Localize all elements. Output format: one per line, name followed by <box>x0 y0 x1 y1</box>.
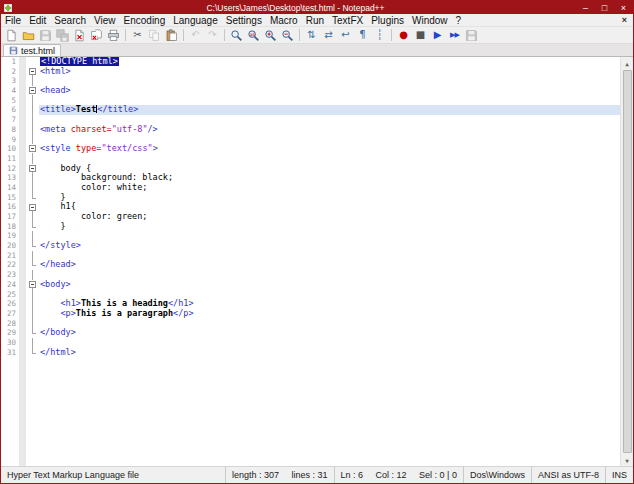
close-file-icon[interactable] <box>72 28 87 43</box>
fold-minus-icon[interactable] <box>29 204 36 211</box>
editor[interactable]: 1<!DOCTYPE html>2<html>34<head>56<title>… <box>1 57 633 466</box>
menu-item-file[interactable]: File <box>1 14 25 26</box>
editor-line: 17 color: green; <box>1 212 620 222</box>
zoom-out-icon[interactable] <box>280 28 295 43</box>
code-line[interactable]: <html> <box>39 67 620 77</box>
menu-item-plugins[interactable]: Plugins <box>367 14 408 26</box>
code-line[interactable]: <meta charset="utf-8"/> <box>39 125 620 135</box>
code-line[interactable]: <title>Test</title> <box>39 105 620 115</box>
find-icon[interactable] <box>229 28 244 43</box>
fold-collapse-box[interactable] <box>26 164 39 174</box>
toolbar: ✂↶↷ab⇅⇄↩¶┆●■▶▶▶ <box>1 27 633 44</box>
replace-icon[interactable]: ab <box>246 28 261 43</box>
menu-item-edit[interactable]: Edit <box>25 14 50 26</box>
show-all-characters-icon[interactable]: ¶ <box>355 28 370 43</box>
sync-vertical-scroll-icon[interactable]: ⇅ <box>304 28 319 43</box>
fold-collapse-box[interactable] <box>26 202 39 212</box>
menu-item-settings[interactable]: Settings <box>222 14 266 26</box>
fold-collapse-box[interactable] <box>26 67 39 77</box>
close-button[interactable]: × <box>614 1 633 14</box>
fold-collapse-box[interactable] <box>26 144 39 154</box>
scroll-up-button[interactable]: ▲ <box>621 57 634 69</box>
record-macro-icon[interactable]: ● <box>396 28 411 43</box>
zoom-in-icon[interactable] <box>263 28 278 43</box>
menu-item-macro[interactable]: Macro <box>266 14 302 26</box>
copy-icon[interactable] <box>147 28 162 43</box>
editor-line: 1<!DOCTYPE html> <box>1 57 620 67</box>
code-line[interactable] <box>39 319 620 329</box>
line-number: 6 <box>1 105 19 115</box>
fold-minus-icon[interactable] <box>29 145 36 152</box>
menu-item-window[interactable]: Window <box>408 14 452 26</box>
paste-icon[interactable] <box>164 28 179 43</box>
fold-minus-icon[interactable] <box>29 165 36 172</box>
code-line[interactable]: <style type="text/css"> <box>39 144 620 154</box>
code-segment: background: black; <box>40 172 173 182</box>
fold-minus-icon[interactable] <box>29 68 36 75</box>
code-line[interactable]: </body> <box>39 328 620 338</box>
code-segment: <title> <box>40 104 76 114</box>
line-number: 5 <box>1 96 19 106</box>
sync-horizontal-scroll-icon[interactable]: ⇄ <box>321 28 336 43</box>
fold-guide-line <box>26 173 39 183</box>
bookmark-margin <box>19 319 26 329</box>
code-line[interactable]: </style> <box>39 241 620 251</box>
cut-icon[interactable]: ✂ <box>130 28 145 43</box>
line-number: 7 <box>1 115 19 125</box>
code-line[interactable]: <body> <box>39 280 620 290</box>
print-icon[interactable] <box>106 28 121 43</box>
word-wrap-icon[interactable]: ↩ <box>338 28 353 43</box>
code-line[interactable]: color: green; <box>39 212 620 222</box>
save-macro-icon[interactable] <box>464 28 479 43</box>
fold-minus-icon[interactable] <box>29 281 36 288</box>
code-line[interactable] <box>39 76 620 86</box>
menu-item-run[interactable]: Run <box>302 14 328 26</box>
code-line[interactable] <box>39 231 620 241</box>
code-segment <box>40 298 60 308</box>
scrollbar-thumb[interactable] <box>623 70 632 453</box>
save-all-icon[interactable] <box>55 28 70 43</box>
code-segment: </style> <box>40 240 81 250</box>
save-icon[interactable] <box>38 28 53 43</box>
code-line[interactable]: <!DOCTYPE html> <box>39 57 620 67</box>
fold-minus-icon[interactable] <box>29 87 36 94</box>
code-line[interactable]: } <box>39 193 620 203</box>
code-line[interactable]: </html> <box>39 348 620 358</box>
line-number: 2 <box>1 67 19 77</box>
fold-collapse-box[interactable] <box>26 86 39 96</box>
undo-icon[interactable]: ↶ <box>188 28 203 43</box>
open-folder-icon[interactable] <box>21 28 36 43</box>
bookmark-margin <box>19 96 26 106</box>
redo-icon[interactable]: ↷ <box>205 28 220 43</box>
play-macro-icon[interactable]: ▶ <box>430 28 445 43</box>
code-line[interactable]: </head> <box>39 260 620 270</box>
menubar-close-document-button[interactable]: × <box>616 15 633 25</box>
code-line[interactable] <box>39 154 620 164</box>
code-line[interactable] <box>39 251 620 261</box>
code-line[interactable] <box>39 338 620 348</box>
menu-item-view[interactable]: View <box>90 14 120 26</box>
indent-guide-icon[interactable]: ┆ <box>372 28 387 43</box>
code-line[interactable]: <head> <box>39 86 620 96</box>
menu-item-language[interactable]: Language <box>169 14 222 26</box>
scroll-down-button[interactable]: ▼ <box>621 454 634 466</box>
code-line[interactable]: } <box>39 222 620 232</box>
minimize-button[interactable]: – <box>576 1 595 14</box>
close-all-icon[interactable] <box>89 28 104 43</box>
code-line[interactable]: <p>This is a paragraph</p> <box>39 309 620 319</box>
menu-item-search[interactable]: Search <box>50 14 90 26</box>
run-macro-multiple-times-icon[interactable]: ▶▶ <box>447 28 462 43</box>
editor-line: 8<meta charset="utf-8"/> <box>1 125 620 135</box>
maximize-button[interactable]: □ <box>595 1 614 14</box>
code-segment: "text/css" <box>101 143 152 153</box>
menu-item-help[interactable]: ? <box>452 14 466 26</box>
editor-line: 11 <box>1 154 620 164</box>
tab-test-html[interactable]: test.html <box>3 44 61 56</box>
menu-item-encoding[interactable]: Encoding <box>120 14 170 26</box>
fold-collapse-box[interactable] <box>26 280 39 290</box>
menu-item-textfx[interactable]: TextFX <box>328 14 367 26</box>
stop-recording-icon[interactable]: ■ <box>413 28 428 43</box>
code-line[interactable]: color: white; <box>39 183 620 193</box>
new-file-icon[interactable] <box>4 28 19 43</box>
code-line[interactable] <box>39 270 620 280</box>
